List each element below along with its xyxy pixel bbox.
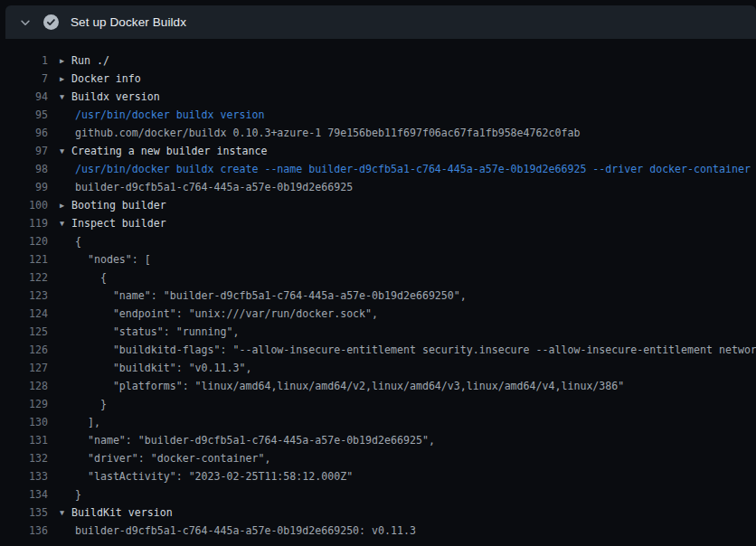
log-line: 134 } xyxy=(0,485,756,504)
log-text: github.com/docker/buildx 0.10.3+azure-1 … xyxy=(75,127,580,139)
group-expanded-icon: ▼ xyxy=(60,88,71,106)
group-title: BuildKit version xyxy=(71,506,173,519)
command-text: /usr/bin/docker buildx version xyxy=(75,108,264,121)
line-number[interactable]: 132 xyxy=(0,449,48,467)
log-text: "buildkit": "v0.11.3", xyxy=(75,362,251,374)
line-number[interactable]: 129 xyxy=(0,395,48,413)
log-text: } xyxy=(75,398,107,410)
log-text: { xyxy=(75,271,107,284)
log-line: 136 builder-d9cfb5a1-c764-445a-a57e-0b19… xyxy=(0,522,756,540)
line-number[interactable]: 126 xyxy=(0,341,48,359)
line-number[interactable]: 122 xyxy=(0,268,48,287)
group-title: Inspect builder xyxy=(71,217,166,230)
log-line[interactable]: 7 ▶Docker info xyxy=(0,70,756,88)
line-number[interactable]: 130 xyxy=(0,413,48,431)
line-number[interactable]: 133 xyxy=(0,467,48,485)
log-line: 99 builder-d9cfb5a1-c764-445a-a57e-0b19d… xyxy=(0,178,756,196)
line-number[interactable]: 119 xyxy=(0,214,48,232)
log-line: 132 "driver": "docker-container", xyxy=(0,449,756,467)
line-number[interactable]: 120 xyxy=(0,232,48,250)
line-number[interactable]: 127 xyxy=(0,359,48,377)
log-line: 121 "nodes": [ xyxy=(0,250,756,268)
log-text: "buildkitd-flags": "--allow-insecure-ent… xyxy=(75,344,756,356)
line-number[interactable]: 134 xyxy=(0,485,48,504)
log-line: 122 { xyxy=(0,268,756,287)
log-text: } xyxy=(75,488,81,501)
log-line[interactable]: 94 ▼Buildx version xyxy=(0,88,756,106)
line-number[interactable]: 1 xyxy=(0,52,48,70)
group-title: Buildx version xyxy=(71,90,160,103)
log-text: "driver": "docker-container", xyxy=(75,452,270,465)
log-line: 98 /usr/bin/docker buildx create --name … xyxy=(0,160,756,178)
log-line: 133 "lastActivity": "2023-02-25T11:58:12… xyxy=(0,467,756,485)
line-number[interactable]: 98 xyxy=(0,160,48,178)
line-number[interactable]: 135 xyxy=(0,504,48,522)
group-title: Docker info xyxy=(71,72,141,85)
log-line: 128 "platforms": "linux/amd64,linux/amd6… xyxy=(0,377,756,395)
group-expanded-icon: ▼ xyxy=(60,142,71,160)
group-title: Run ./ xyxy=(71,54,109,67)
log-text: ], xyxy=(75,416,100,428)
log-text: "name": "builder-d9cfb5a1-c764-445a-a57e… xyxy=(75,289,467,302)
log-line[interactable]: 100 ▶Booting builder xyxy=(0,196,756,214)
line-number[interactable]: 97 xyxy=(0,142,48,160)
log-content: 1 ▶Run ./ 7 ▶Docker info 94 ▼Buildx vers… xyxy=(0,39,756,546)
log-line: 131 "name": "builder-d9cfb5a1-c764-445a-… xyxy=(0,431,756,449)
log-text: "endpoint": "unix:///var/run/docker.sock… xyxy=(75,307,378,320)
line-number[interactable]: 96 xyxy=(0,124,48,142)
log-line: 96 github.com/docker/buildx 0.10.3+azure… xyxy=(0,124,756,142)
group-expanded-icon: ▼ xyxy=(60,214,71,232)
chevron-down-icon[interactable] xyxy=(18,15,33,30)
line-number[interactable]: 136 xyxy=(0,522,48,540)
line-number[interactable]: 121 xyxy=(0,250,48,268)
log-line: 125 "status": "running", xyxy=(0,323,756,341)
log-text: "status": "running", xyxy=(75,325,239,338)
line-number[interactable]: 100 xyxy=(0,196,48,214)
log-line[interactable]: 97 ▼Creating a new builder instance xyxy=(0,142,756,160)
log-line: 123 "name": "builder-d9cfb5a1-c764-445a-… xyxy=(0,287,756,305)
group-collapsed-icon: ▶ xyxy=(60,70,71,88)
log-line[interactable]: 119 ▼Inspect builder xyxy=(0,214,756,232)
check-circle-icon xyxy=(43,14,59,30)
line-number[interactable]: 124 xyxy=(0,305,48,323)
step-header[interactable]: Set up Docker Buildx xyxy=(5,5,756,39)
log-text: "platforms": "linux/amd64,linux/amd64/v2… xyxy=(75,380,624,392)
group-collapsed-icon: ▶ xyxy=(60,196,71,214)
line-number[interactable]: 7 xyxy=(0,70,48,88)
log-line: 129 } xyxy=(0,395,756,413)
step-title: Set up Docker Buildx xyxy=(71,15,186,29)
line-number[interactable]: 99 xyxy=(0,178,48,196)
log-line: 127 "buildkit": "v0.11.3", xyxy=(0,359,756,377)
log-text: builder-d9cfb5a1-c764-445a-a57e-0b19d2e6… xyxy=(75,181,353,193)
log-line: 120 { xyxy=(0,232,756,250)
log-text: { xyxy=(75,235,81,248)
group-collapsed-icon: ▶ xyxy=(60,52,71,70)
log-text: "lastActivity": "2023-02-25T11:58:12.000… xyxy=(75,470,353,483)
line-number[interactable]: 131 xyxy=(0,431,48,449)
command-text: /usr/bin/docker buildx create --name bui… xyxy=(75,163,751,175)
line-number[interactable]: 94 xyxy=(0,88,48,106)
log-line[interactable]: 1 ▶Run ./ xyxy=(0,52,756,70)
log-line[interactable]: 135 ▼BuildKit version xyxy=(0,504,756,522)
line-number[interactable]: 125 xyxy=(0,323,48,341)
log-line: 124 "endpoint": "unix:///var/run/docker.… xyxy=(0,305,756,323)
log-line: 95 /usr/bin/docker buildx version xyxy=(0,106,756,124)
log-text: "name": "builder-d9cfb5a1-c764-445a-a57e… xyxy=(75,434,435,447)
log-text: "nodes": [ xyxy=(75,253,151,266)
group-title: Creating a new builder instance xyxy=(71,145,267,157)
line-number[interactable]: 128 xyxy=(0,377,48,395)
line-number[interactable]: 95 xyxy=(0,106,48,124)
group-title: Booting builder xyxy=(71,199,166,212)
log-text: builder-d9cfb5a1-c764-445a-a57e-0b19d2e6… xyxy=(75,524,416,537)
log-line: 126 "buildkitd-flags": "--allow-insecure… xyxy=(0,341,756,359)
line-number[interactable]: 123 xyxy=(0,287,48,305)
group-expanded-icon: ▼ xyxy=(60,504,71,522)
log-line: 130 ], xyxy=(0,413,756,431)
